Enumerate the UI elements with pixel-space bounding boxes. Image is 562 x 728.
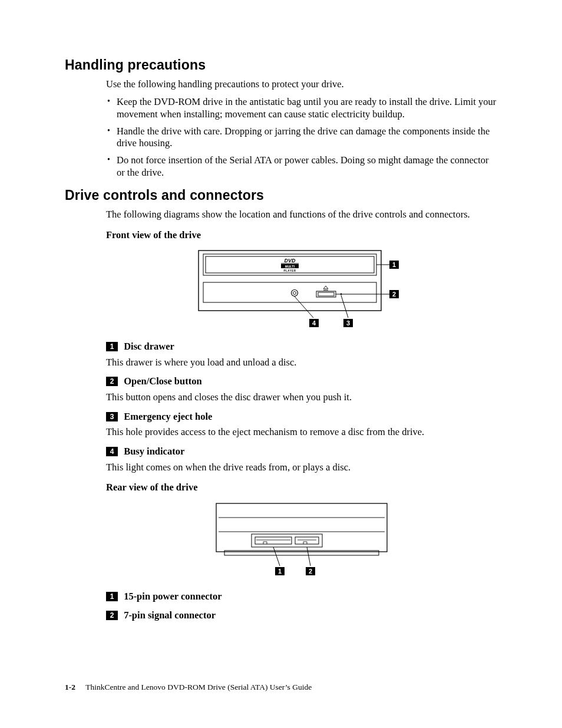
svg-point-6 bbox=[292, 290, 298, 297]
svg-rect-10 bbox=[316, 291, 336, 297]
front-view-title: Front view of the drive bbox=[106, 229, 497, 242]
svg-line-17 bbox=[341, 295, 348, 318]
svg-rect-24 bbox=[224, 551, 379, 555]
diagram-rear-callout-2: 2 bbox=[309, 568, 312, 575]
callout-4-title: 4 Busy indicator bbox=[106, 446, 497, 458]
callout-2-title: 2 Open/Close button bbox=[106, 375, 497, 388]
page-number: 1-2 bbox=[65, 683, 75, 691]
precautions-item: Handle the drive with care. Dropping or … bbox=[106, 126, 497, 150]
svg-rect-25 bbox=[252, 534, 322, 547]
section-drive-controls: The following diagrams show the location… bbox=[106, 209, 497, 622]
callout-4-label: Busy indicator bbox=[124, 446, 184, 457]
callout-number-icon: 3 bbox=[106, 412, 118, 421]
rear-callout-1-label: 15-pin power connector bbox=[124, 591, 222, 602]
svg-line-19 bbox=[295, 297, 313, 318]
rear-callout-2-label: 7-pin signal connector bbox=[124, 610, 216, 621]
svg-rect-11 bbox=[318, 292, 334, 296]
callout-4-desc: This light comes on when the drive reads… bbox=[106, 462, 497, 474]
heading-drive-controls-connectors: Drive controls and connectors bbox=[65, 187, 497, 204]
front-view-diagram: DVD MULTI PLAYER 1 2 bbox=[193, 247, 411, 332]
rear-callout-1-title: 1 15-pin power connector bbox=[106, 591, 497, 603]
rear-view-diagram: 1 2 bbox=[210, 500, 393, 582]
section-handling-precautions: Use the following handling precautions t… bbox=[106, 78, 497, 179]
callout-number-icon: 1 bbox=[106, 592, 118, 601]
callout-1-label: Disc drawer bbox=[124, 341, 174, 352]
callout-number-icon: 2 bbox=[106, 377, 118, 386]
svg-marker-8 bbox=[323, 286, 328, 289]
svg-rect-5 bbox=[203, 282, 376, 302]
callout-1-title: 1 Disc drawer bbox=[106, 341, 497, 353]
callout-number-icon: 4 bbox=[106, 447, 118, 456]
callout-1-desc: This drawer is where you load and unload… bbox=[106, 357, 497, 369]
rear-callout-2-title: 2 7-pin signal connector bbox=[106, 610, 497, 622]
dvd-logo-top: DVD bbox=[284, 258, 296, 263]
page-footer: 1-2 ThinkCentre and Lenovo DVD-ROM Drive… bbox=[65, 683, 312, 693]
callout-2-desc: This button opens and closes the disc dr… bbox=[106, 391, 497, 404]
svg-point-7 bbox=[293, 292, 296, 295]
dvd-logo-bot: PLAYER bbox=[284, 269, 296, 272]
footer-title: ThinkCentre and Lenovo DVD-ROM Drive (Se… bbox=[85, 683, 312, 691]
precautions-list: Keep the DVD-ROM drive in the antistatic… bbox=[106, 96, 497, 179]
diagram-callout-1: 1 bbox=[392, 261, 396, 268]
diagram-rear-callout-1: 1 bbox=[278, 568, 282, 575]
precautions-item: Keep the DVD-ROM drive in the antistatic… bbox=[106, 96, 497, 120]
precautions-item: Do not force insertion of the Serial ATA… bbox=[106, 154, 497, 179]
heading-handling-precautions: Handling precautions bbox=[65, 57, 497, 74]
svg-rect-26 bbox=[255, 537, 292, 544]
callout-number-icon: 1 bbox=[106, 342, 118, 351]
diagram-callout-2: 2 bbox=[392, 291, 396, 298]
callout-2-label: Open/Close button bbox=[124, 375, 201, 387]
connectors-intro: The following diagrams show the location… bbox=[106, 209, 497, 221]
document-page: Handling precautions Use the following h… bbox=[0, 0, 562, 728]
rear-view-title: Rear view of the drive bbox=[106, 482, 497, 494]
diagram-callout-3: 3 bbox=[346, 319, 350, 327]
svg-rect-21 bbox=[216, 503, 387, 552]
precautions-intro: Use the following handling precautions t… bbox=[106, 78, 497, 91]
diagram-callout-4: 4 bbox=[312, 319, 316, 327]
svg-line-28 bbox=[273, 547, 280, 566]
callout-3-title: 3 Emergency eject hole bbox=[106, 411, 497, 423]
callout-3-desc: This hole provides access to the eject m… bbox=[106, 426, 497, 439]
svg-line-30 bbox=[307, 547, 310, 566]
callout-3-label: Emergency eject hole bbox=[124, 411, 212, 422]
dvd-logo-mid: MULTI bbox=[285, 265, 295, 268]
callout-number-icon: 2 bbox=[106, 611, 118, 620]
